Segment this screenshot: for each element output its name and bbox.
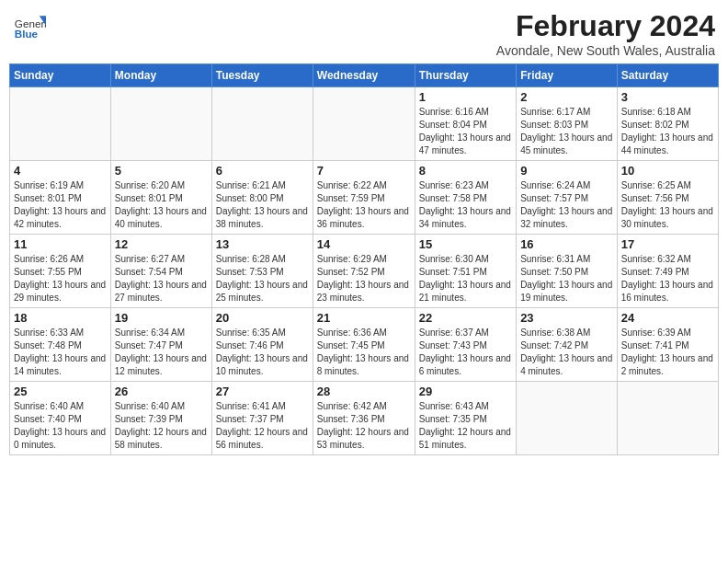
day-info: Sunrise: 6:25 AMSunset: 7:56 PMDaylight:… — [621, 179, 714, 231]
calendar-cell: 28Sunrise: 6:42 AMSunset: 7:36 PMDayligh… — [313, 382, 415, 455]
day-number: 28 — [317, 385, 411, 398]
col-wednesday: Wednesday — [313, 64, 415, 87]
calendar-cell: 4Sunrise: 6:19 AMSunset: 8:01 PMDaylight… — [10, 161, 111, 235]
day-number: 27 — [216, 385, 309, 398]
day-number: 6 — [216, 164, 309, 178]
day-number: 26 — [115, 385, 208, 398]
col-tuesday: Tuesday — [211, 64, 313, 87]
day-info: Sunrise: 6:35 AMSunset: 7:46 PMDaylight:… — [216, 327, 309, 378]
day-info: Sunrise: 6:23 AMSunset: 7:58 PMDaylight:… — [419, 179, 512, 231]
calendar-cell: 2Sunrise: 6:17 AMSunset: 8:03 PMDaylight… — [517, 87, 618, 161]
day-info: Sunrise: 6:16 AMSunset: 8:04 PMDaylight:… — [419, 106, 512, 157]
day-number: 16 — [520, 237, 613, 251]
calendar-cell: 14Sunrise: 6:29 AMSunset: 7:52 PMDayligh… — [313, 235, 415, 308]
col-friday: Friday — [517, 64, 618, 87]
calendar-cell: 29Sunrise: 6:43 AMSunset: 7:35 PMDayligh… — [415, 382, 516, 455]
calendar-cell: 24Sunrise: 6:39 AMSunset: 7:41 PMDayligh… — [617, 308, 718, 382]
calendar-week-row: 18Sunrise: 6:33 AMSunset: 7:48 PMDayligh… — [10, 308, 719, 382]
calendar-cell — [110, 87, 211, 161]
calendar-cell — [211, 87, 313, 161]
day-info: Sunrise: 6:32 AMSunset: 7:49 PMDaylight:… — [621, 253, 714, 304]
col-saturday: Saturday — [617, 64, 718, 87]
day-info: Sunrise: 6:33 AMSunset: 7:48 PMDaylight:… — [14, 327, 107, 378]
calendar-cell: 26Sunrise: 6:40 AMSunset: 7:39 PMDayligh… — [110, 382, 211, 455]
day-info: Sunrise: 6:40 AMSunset: 7:40 PMDaylight:… — [14, 400, 107, 452]
calendar-cell: 18Sunrise: 6:33 AMSunset: 7:48 PMDayligh… — [10, 308, 111, 382]
day-number: 14 — [317, 237, 411, 251]
calendar-cell: 22Sunrise: 6:37 AMSunset: 7:43 PMDayligh… — [415, 308, 516, 382]
day-number: 12 — [115, 237, 208, 251]
day-number: 23 — [520, 311, 613, 325]
day-info: Sunrise: 6:20 AMSunset: 8:01 PMDaylight:… — [115, 179, 208, 231]
day-number: 22 — [419, 311, 512, 325]
day-info: Sunrise: 6:42 AMSunset: 7:36 PMDaylight:… — [317, 400, 411, 452]
calendar-cell — [517, 382, 618, 455]
calendar-cell: 7Sunrise: 6:22 AMSunset: 7:59 PMDaylight… — [313, 161, 415, 235]
calendar-cell: 8Sunrise: 6:23 AMSunset: 7:58 PMDaylight… — [415, 161, 516, 235]
day-number: 11 — [14, 237, 107, 251]
calendar-cell — [313, 87, 415, 161]
day-number: 9 — [520, 164, 613, 178]
day-info: Sunrise: 6:28 AMSunset: 7:53 PMDaylight:… — [216, 253, 309, 304]
calendar-cell: 1Sunrise: 6:16 AMSunset: 8:04 PMDaylight… — [415, 87, 516, 161]
col-sunday: Sunday — [10, 64, 111, 87]
day-number: 1 — [419, 90, 512, 104]
page-subtitle: Avondale, New South Wales, Australia — [496, 43, 715, 58]
calendar-week-row: 25Sunrise: 6:40 AMSunset: 7:40 PMDayligh… — [10, 382, 719, 455]
calendar-cell: 16Sunrise: 6:31 AMSunset: 7:50 PMDayligh… — [517, 235, 618, 308]
day-info: Sunrise: 6:29 AMSunset: 7:52 PMDaylight:… — [317, 253, 411, 304]
day-info: Sunrise: 6:38 AMSunset: 7:42 PMDaylight:… — [520, 327, 613, 378]
day-number: 20 — [216, 311, 309, 325]
day-number: 13 — [216, 237, 309, 251]
calendar-cell: 13Sunrise: 6:28 AMSunset: 7:53 PMDayligh… — [211, 235, 313, 308]
calendar-cell: 19Sunrise: 6:34 AMSunset: 7:47 PMDayligh… — [110, 308, 211, 382]
logo-icon: General Blue — [13, 9, 46, 42]
day-info: Sunrise: 6:39 AMSunset: 7:41 PMDaylight:… — [621, 327, 714, 378]
col-thursday: Thursday — [415, 64, 516, 87]
calendar-cell: 12Sunrise: 6:27 AMSunset: 7:54 PMDayligh… — [110, 235, 211, 308]
calendar-cell: 21Sunrise: 6:36 AMSunset: 7:45 PMDayligh… — [313, 308, 415, 382]
day-info: Sunrise: 6:41 AMSunset: 7:37 PMDaylight:… — [216, 400, 309, 452]
day-number: 8 — [419, 164, 512, 178]
calendar-cell: 11Sunrise: 6:26 AMSunset: 7:55 PMDayligh… — [10, 235, 111, 308]
svg-text:Blue: Blue — [15, 28, 39, 40]
day-number: 19 — [115, 311, 208, 325]
day-number: 10 — [621, 164, 714, 178]
day-info: Sunrise: 6:21 AMSunset: 8:00 PMDaylight:… — [216, 179, 309, 231]
day-number: 21 — [317, 311, 411, 325]
page-title: February 2024 — [496, 9, 715, 43]
calendar-cell: 17Sunrise: 6:32 AMSunset: 7:49 PMDayligh… — [617, 235, 718, 308]
day-number: 15 — [419, 237, 512, 251]
day-number: 7 — [317, 164, 411, 178]
day-info: Sunrise: 6:22 AMSunset: 7:59 PMDaylight:… — [317, 179, 411, 231]
calendar-week-row: 11Sunrise: 6:26 AMSunset: 7:55 PMDayligh… — [10, 235, 719, 308]
day-info: Sunrise: 6:17 AMSunset: 8:03 PMDaylight:… — [520, 106, 613, 157]
day-info: Sunrise: 6:26 AMSunset: 7:55 PMDaylight:… — [14, 253, 107, 304]
day-info: Sunrise: 6:18 AMSunset: 8:02 PMDaylight:… — [621, 106, 714, 157]
calendar-cell: 23Sunrise: 6:38 AMSunset: 7:42 PMDayligh… — [517, 308, 618, 382]
calendar-cell: 5Sunrise: 6:20 AMSunset: 8:01 PMDaylight… — [110, 161, 211, 235]
calendar-cell — [10, 87, 111, 161]
day-number: 2 — [520, 90, 613, 104]
title-block: February 2024 Avondale, New South Wales,… — [496, 9, 715, 58]
col-monday: Monday — [110, 64, 211, 87]
calendar-cell: 3Sunrise: 6:18 AMSunset: 8:02 PMDaylight… — [617, 87, 718, 161]
calendar-cell: 9Sunrise: 6:24 AMSunset: 7:57 PMDaylight… — [517, 161, 618, 235]
day-number: 25 — [14, 385, 107, 398]
logo: General Blue — [13, 9, 50, 42]
calendar-cell: 27Sunrise: 6:41 AMSunset: 7:37 PMDayligh… — [211, 382, 313, 455]
day-info: Sunrise: 6:30 AMSunset: 7:51 PMDaylight:… — [419, 253, 512, 304]
day-number: 5 — [115, 164, 208, 178]
day-info: Sunrise: 6:40 AMSunset: 7:39 PMDaylight:… — [115, 400, 208, 452]
calendar-header-row: Sunday Monday Tuesday Wednesday Thursday… — [10, 64, 719, 87]
day-info: Sunrise: 6:36 AMSunset: 7:45 PMDaylight:… — [317, 327, 411, 378]
day-info: Sunrise: 6:34 AMSunset: 7:47 PMDaylight:… — [115, 327, 208, 378]
day-info: Sunrise: 6:31 AMSunset: 7:50 PMDaylight:… — [520, 253, 613, 304]
day-number: 29 — [419, 385, 512, 398]
calendar-cell: 20Sunrise: 6:35 AMSunset: 7:46 PMDayligh… — [211, 308, 313, 382]
calendar-week-row: 4Sunrise: 6:19 AMSunset: 8:01 PMDaylight… — [10, 161, 719, 235]
day-number: 18 — [14, 311, 107, 325]
calendar-cell — [617, 382, 718, 455]
day-number: 24 — [621, 311, 714, 325]
calendar-cell: 15Sunrise: 6:30 AMSunset: 7:51 PMDayligh… — [415, 235, 516, 308]
